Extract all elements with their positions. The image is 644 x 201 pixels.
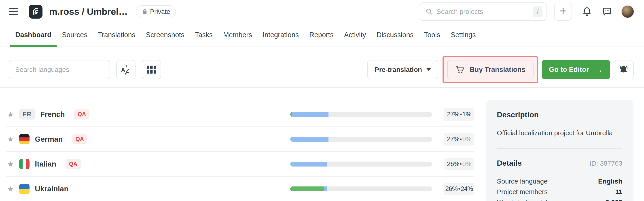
bell-icon	[582, 7, 592, 17]
notifications-button[interactable]	[582, 7, 592, 17]
az-sort-icon: A Z	[120, 64, 131, 75]
go-to-editor-button[interactable]: Go to Editor →	[542, 60, 610, 79]
approved-progress-segment	[290, 186, 324, 191]
flag-stripe	[19, 189, 30, 194]
messages-button[interactable]	[602, 7, 612, 17]
stat-separator: •	[460, 136, 462, 142]
progress-stats-badge[interactable]: 26%•24%	[444, 183, 474, 195]
stat-separator: •	[460, 111, 462, 117]
tab-members[interactable]: Members	[223, 23, 252, 47]
tab-sources[interactable]: Sources	[62, 23, 88, 47]
translated-percentage: 27%	[447, 111, 459, 118]
flag-stripe	[19, 137, 30, 141]
lock-icon	[142, 9, 148, 15]
pre-translation-label: Pre-translation	[374, 66, 422, 73]
sort-alphabetical-button[interactable]: A Z	[116, 60, 136, 79]
keyboard-shortcut-hint: /	[533, 6, 542, 17]
progress-stats-badge[interactable]: 27%•1%	[444, 108, 474, 121]
project-title[interactable]: m.ross / Umbrel…	[49, 7, 128, 17]
qa-issues-badge[interactable]: QA	[72, 134, 88, 144]
flag-stripe	[19, 184, 30, 189]
top-header: m.ross / Umbrel… Private / +	[0, 0, 644, 23]
progress-stats-badge[interactable]: 27%•0%	[444, 133, 474, 145]
project-info-panel: Description Official localization projec…	[486, 100, 634, 201]
pre-translation-dropdown[interactable]: Pre-translation	[368, 60, 438, 79]
language-name[interactable]: French	[40, 110, 65, 119]
flag-stripe	[22, 159, 26, 169]
add-project-button[interactable]: +	[554, 3, 572, 21]
detail-label: Project members	[497, 186, 548, 197]
language-name[interactable]: German	[35, 135, 63, 143]
buy-translations-label: Buy Translations	[470, 66, 526, 74]
tab-activity[interactable]: Activity	[344, 23, 366, 47]
crowdin-logo-icon	[30, 6, 41, 18]
translation-progress-bar[interactable]	[290, 137, 432, 142]
detail-label: Words to translate	[497, 197, 551, 201]
flag-stripe	[26, 159, 30, 169]
arrow-right-icon: →	[594, 65, 603, 74]
tab-screenshots[interactable]: Screenshots	[146, 23, 184, 47]
detail-value: 2 898	[606, 197, 622, 201]
hamburger-menu-icon[interactable]	[9, 8, 18, 15]
approved-percentage: 24%	[461, 185, 473, 192]
sidebar-divider	[497, 148, 622, 149]
search-projects-input[interactable]	[436, 8, 530, 16]
tab-translations[interactable]: Translations	[98, 23, 136, 47]
tab-discussions[interactable]: Discussions	[376, 23, 414, 47]
star-icon[interactable]: ★	[7, 135, 17, 144]
tab-settings[interactable]: Settings	[451, 23, 476, 47]
grid-icon	[147, 66, 156, 74]
qa-issues-badge[interactable]: QA	[66, 159, 81, 169]
detail-row: Source languageEnglish	[497, 176, 622, 186]
flag-stripe	[19, 141, 30, 144]
flag-icon	[19, 159, 30, 169]
svg-text:A: A	[121, 67, 125, 73]
buy-translations-button[interactable]: Buy Translations	[447, 60, 534, 79]
description-title: Description	[497, 110, 622, 119]
qa-issues-badge[interactable]: QA	[74, 109, 90, 119]
translation-progress-bar[interactable]	[290, 162, 432, 166]
search-projects-box[interactable]: /	[420, 3, 546, 21]
detail-label: Source language	[497, 176, 548, 186]
ringing-bell-icon	[618, 64, 629, 75]
flag-stripe	[19, 159, 22, 169]
tab-integrations[interactable]: Integrations	[262, 23, 299, 47]
detail-row: Words to translate2 898	[497, 197, 622, 201]
approved-percentage: 0%	[462, 160, 471, 168]
star-icon[interactable]: ★	[7, 184, 17, 193]
tab-tasks[interactable]: Tasks	[195, 23, 213, 47]
tab-dashboard[interactable]: Dashboard	[15, 23, 52, 47]
announcements-button[interactable]	[614, 60, 634, 79]
detail-row: Project members11	[497, 186, 622, 197]
description-text: Official localization project for Umbrel…	[497, 128, 622, 138]
translated-progress-segment	[292, 112, 328, 117]
highlight-annotation: Buy Translations	[442, 56, 538, 83]
search-languages-input[interactable]	[9, 60, 110, 79]
shopping-cart-icon	[455, 65, 465, 74]
translated-percentage: 27%	[447, 135, 459, 143]
user-avatar[interactable]	[621, 5, 634, 18]
language-name[interactable]: Italian	[35, 160, 56, 168]
tab-reports[interactable]: Reports	[309, 23, 334, 47]
svg-text:Z: Z	[126, 67, 129, 74]
dashboard-main: ★FRFrenchQA27%•1%★GermanQA27%•0%★Italian…	[0, 88, 644, 201]
grid-view-button[interactable]	[142, 60, 161, 79]
details-rows: Source languageEnglishProject members11W…	[497, 176, 622, 201]
language-row[interactable]: ★ItalianQA26%•0%	[6, 152, 474, 177]
translation-progress-bar[interactable]	[290, 186, 432, 191]
language-row[interactable]: ★GermanQA27%•0%	[6, 127, 474, 152]
tab-tools[interactable]: Tools	[424, 23, 440, 47]
language-row[interactable]: ★FRFrenchQA27%•1%	[6, 102, 474, 127]
app-logo[interactable]	[28, 5, 42, 19]
translated-progress-segment	[324, 186, 327, 191]
star-icon[interactable]: ★	[7, 110, 17, 119]
translated-percentage: 26%	[447, 160, 459, 168]
language-row[interactable]: ★Ukrainian26%•24%	[6, 177, 474, 201]
language-name[interactable]: Ukrainian	[35, 185, 68, 193]
details-title: Details	[497, 159, 522, 167]
star-icon[interactable]: ★	[7, 160, 17, 168]
translation-progress-bar[interactable]	[290, 112, 432, 117]
progress-stats-badge[interactable]: 26%•0%	[444, 158, 474, 170]
flag-icon	[19, 184, 30, 194]
search-icon	[425, 8, 433, 16]
